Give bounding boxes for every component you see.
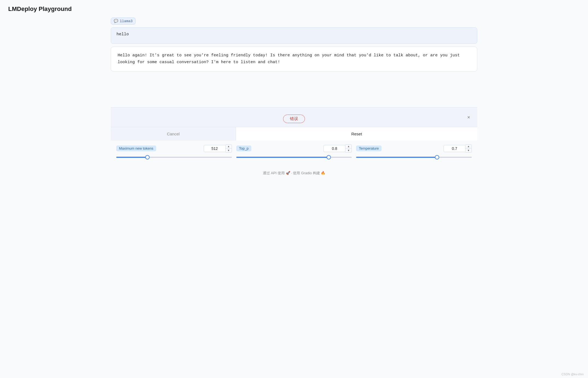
- top-p-arrow-up[interactable]: ▲: [345, 145, 351, 149]
- close-button[interactable]: ×: [465, 114, 472, 121]
- page-title: LMDeploy Playground: [8, 5, 580, 13]
- top-p-input[interactable]: [324, 145, 345, 152]
- temperature-arrows: ▲ ▼: [465, 144, 472, 153]
- footer-csdn: CSDN @kv-chm: [561, 373, 584, 376]
- reset-button[interactable]: Reset: [236, 127, 477, 141]
- temperature-thumb[interactable]: [435, 155, 439, 159]
- top-p-track[interactable]: [236, 157, 352, 158]
- temperature-track[interactable]: [356, 157, 472, 158]
- model-badge: 💬 llama3: [111, 18, 136, 25]
- top-p-thumb[interactable]: [327, 155, 331, 159]
- footer: 通过 API 使用 🚀 · 使用 Gradio 构建 🔥: [111, 162, 477, 180]
- max-tokens-label: Maximum new tokens: [116, 146, 156, 151]
- temperature-top-row: Temperature ▲ ▼: [356, 144, 472, 153]
- assistant-message-box: Hello again! It's great to see you're fe…: [111, 46, 477, 72]
- max-tokens-arrows: ▲ ▼: [226, 144, 232, 153]
- top-p-arrow-down[interactable]: ▼: [345, 149, 351, 152]
- cancel-button[interactable]: Cancel: [111, 127, 236, 141]
- user-message-box: hello: [111, 27, 477, 44]
- temperature-number-wrapper: ▲ ▼: [444, 144, 472, 153]
- bottom-panel: 错误 × Cancel Reset Maximum new tokens ▲ ▼: [111, 107, 477, 162]
- top-p-number-wrapper: ▲ ▼: [324, 144, 352, 153]
- chat-icon: 💬: [114, 19, 118, 23]
- max-tokens-group: Maximum new tokens ▲ ▼: [116, 144, 236, 160]
- top-p-track-wrapper: [236, 155, 352, 160]
- model-badge-label: llama3: [120, 19, 133, 23]
- max-tokens-arrow-up[interactable]: ▲: [226, 145, 232, 149]
- max-tokens-track[interactable]: [116, 157, 232, 158]
- max-tokens-arrow-down[interactable]: ▼: [226, 149, 232, 152]
- temperature-arrow-down[interactable]: ▼: [465, 149, 471, 152]
- error-row: 错误 ×: [111, 112, 477, 127]
- error-badge: 错误: [283, 115, 305, 123]
- top-p-group: Top_p ▲ ▼: [236, 144, 356, 160]
- top-p-label: Top_p: [236, 146, 251, 151]
- temperature-arrow-up[interactable]: ▲: [465, 145, 471, 149]
- max-tokens-track-wrapper: [116, 155, 232, 160]
- top-p-arrows: ▲ ▼: [345, 144, 352, 153]
- temperature-label: Temperature: [356, 146, 382, 151]
- temperature-input[interactable]: [444, 145, 465, 152]
- action-buttons-row: Cancel Reset: [111, 127, 477, 141]
- max-tokens-top-row: Maximum new tokens ▲ ▼: [116, 144, 232, 153]
- max-tokens-input[interactable]: [204, 145, 226, 152]
- max-tokens-thumb[interactable]: [145, 155, 150, 159]
- temperature-group: Temperature ▲ ▼: [356, 144, 472, 160]
- top-p-top-row: Top_p ▲ ▼: [236, 144, 352, 153]
- sliders-row: Maximum new tokens ▲ ▼: [111, 141, 477, 162]
- temperature-track-wrapper: [356, 155, 472, 160]
- max-tokens-number-wrapper: ▲ ▼: [204, 144, 232, 153]
